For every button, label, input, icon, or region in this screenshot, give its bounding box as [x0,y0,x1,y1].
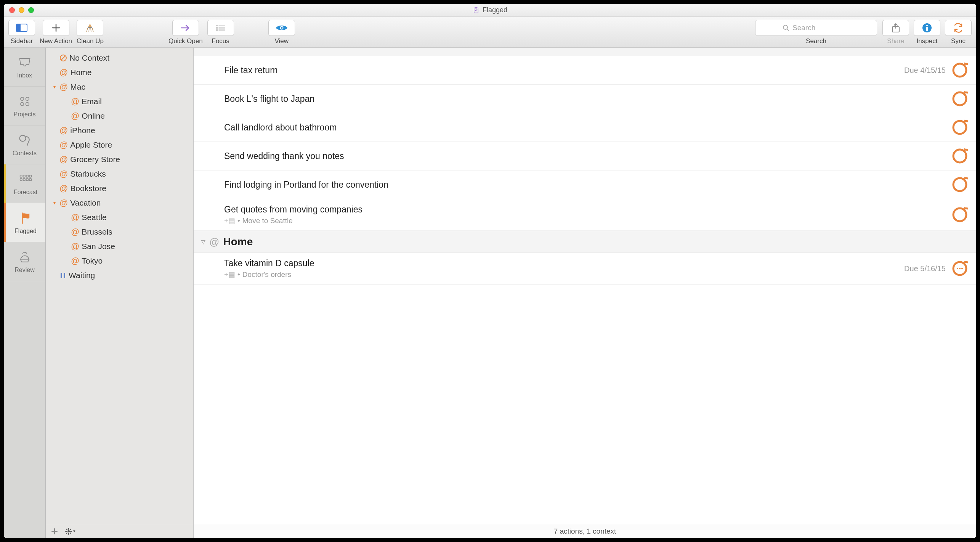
svg-rect-32 [61,273,62,278]
search-field-container: Search [755,20,877,45]
context-label: Seattle [82,213,106,222]
context-row[interactable]: @Bookstore [46,181,193,196]
search-icon [783,24,789,31]
context-label: Starbucks [70,169,106,179]
context-row[interactable]: Waiting [46,268,193,283]
context-row[interactable]: @Brussels [46,225,193,239]
rail-inbox[interactable]: Inbox [4,48,45,87]
task-status-circle[interactable] [951,90,969,108]
sidebar-settings-button[interactable]: ▾ [65,528,75,535]
context-label: Waiting [69,271,95,280]
task-row[interactable]: Call landlord about bathroom [194,113,976,142]
rail-forecast[interactable]: Forecast [4,164,45,203]
task-title: Take vitamin D capsule [224,258,904,269]
svg-point-12 [281,27,282,29]
app-window: Flagged Sidebar New Action Clean Up Quic… [4,4,976,538]
svg-rect-8 [219,27,225,29]
disclosure-triangle-icon[interactable]: ▾ [52,84,57,90]
window-close-button[interactable] [9,7,15,13]
context-label: Online [82,111,105,121]
at-icon: @ [71,228,79,236]
search-input[interactable] [792,24,850,32]
context-row[interactable]: @Seattle [46,210,193,225]
task-row[interactable]: Take vitamin D capsule+▤•Doctor's orders… [194,253,976,285]
rail-review[interactable]: Review [4,242,45,281]
svg-rect-30 [29,179,31,180]
window-zoom-button[interactable] [28,7,34,13]
view-button[interactable]: View [268,20,295,45]
inspect-button[interactable]: Inspect [914,20,940,45]
toolbar: Sidebar New Action Clean Up Quick Open F… [4,17,976,48]
add-context-button[interactable] [51,528,58,535]
note-add-icon[interactable]: +▤ [224,270,235,279]
rail-contexts[interactable]: Contexts [4,125,45,164]
svg-rect-33 [64,273,65,278]
task-row[interactable]: Find lodging in Portland for the convent… [194,170,976,199]
context-row[interactable]: @Starbucks [46,167,193,181]
svg-rect-25 [26,175,28,177]
svg-rect-4 [88,27,92,28]
task-status-circle[interactable] [951,176,969,193]
task-status-circle[interactable] [951,119,969,136]
context-label: Email [82,97,102,106]
flagged-icon [18,211,33,225]
review-icon [18,250,32,264]
task-row[interactable]: Send wedding thank you notes [194,142,976,170]
svg-point-18 [20,97,24,100]
main-area: File tax returnDue 4/15/15Book L's fligh… [194,48,976,538]
focus-button[interactable]: Focus [207,20,234,45]
quick-open-button[interactable]: Quick Open [168,20,203,45]
task-row[interactable]: Book L's flight to Japan [194,85,976,113]
context-row[interactable]: @Online [46,109,193,123]
context-row[interactable]: ▾@Vacation [46,196,193,210]
task-row[interactable]: Get quotes from moving companies+▤•Move … [194,199,976,231]
status-bar: 7 actions, 1 context [194,524,976,538]
at-icon: @ [71,213,79,222]
at-icon: @ [209,236,219,248]
task-status-circle[interactable] [951,147,969,165]
sync-button[interactable]: Sync [945,20,972,45]
task-status-circle[interactable] [951,260,969,277]
task-status-circle[interactable] [951,61,969,79]
status-text: 7 actions, 1 context [554,527,616,536]
task-due: Due 5/16/15 [904,264,946,273]
context-row[interactable]: @Apple Store [46,138,193,152]
rail-projects[interactable]: Projects [4,87,45,125]
pause-icon [59,272,66,279]
at-icon: @ [59,155,68,164]
context-label: Brussels [82,227,112,236]
context-row[interactable]: @Tokyo [46,254,193,268]
clean-up-button[interactable]: Clean Up [77,20,104,45]
context-row[interactable]: @iPhone [46,123,193,138]
svg-point-44 [961,268,963,269]
svg-point-13 [783,25,788,29]
svg-point-34 [67,530,70,532]
task-status-circle[interactable] [951,206,969,224]
disclosure-triangle-icon[interactable]: ▽ [201,239,205,245]
contexts-icon [18,133,32,148]
context-row[interactable]: No Context [46,51,193,65]
svg-rect-24 [23,175,25,177]
new-action-button[interactable]: New Action [40,20,72,45]
share-button[interactable]: Share [882,20,909,45]
section-header-home[interactable]: ▽ @ Home [194,231,976,253]
context-row[interactable]: ▾@Mac [46,80,193,94]
inbox-icon [18,55,32,70]
note-add-icon[interactable]: +▤ [224,216,235,225]
disclosure-triangle-icon[interactable]: ▾ [52,200,57,206]
rail-flagged[interactable]: Flagged [4,203,45,242]
search-field[interactable] [755,20,877,36]
context-row[interactable]: @Home [46,65,193,80]
task-title: Get quotes from moving companies [224,204,951,215]
context-row[interactable]: @Email [46,94,193,109]
sidebar-toggle-button[interactable]: Sidebar [8,20,35,45]
task-row[interactable]: File tax returnDue 4/15/15 [194,56,976,85]
task-title: File tax return [224,65,904,76]
svg-rect-26 [29,175,31,177]
context-row[interactable]: @San Jose [46,239,193,254]
context-label: Tokyo [82,256,103,265]
context-row[interactable]: @Grocery Store [46,152,193,167]
svg-rect-10 [219,29,225,31]
no-context-icon [59,54,67,62]
window-minimize-button[interactable] [19,7,24,13]
